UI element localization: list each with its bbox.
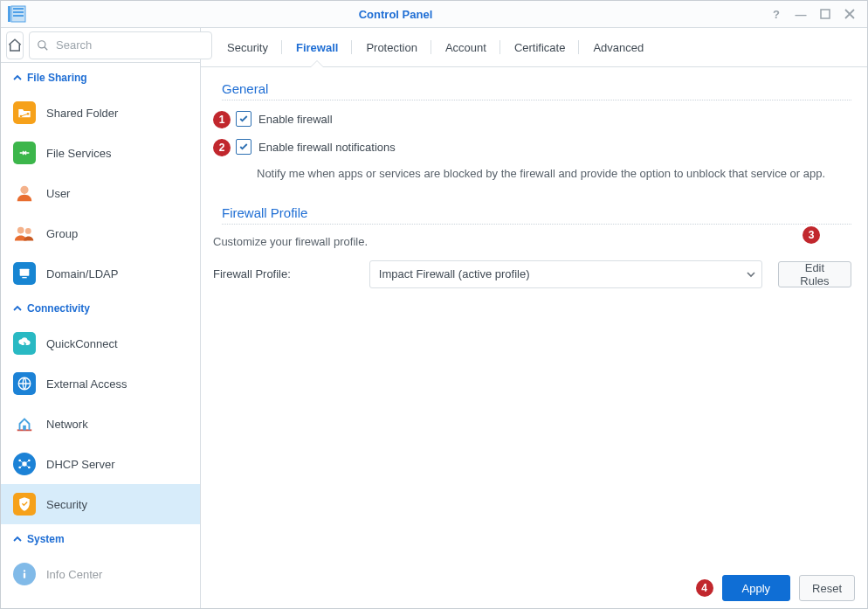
sidebar-item-shared-folder[interactable]: Shared Folder (1, 93, 200, 133)
group-system[interactable]: System (1, 524, 200, 554)
profile-row: Firewall Profile: Impact Firewall (activ… (213, 260, 851, 288)
tab-certificate[interactable]: Certificate (500, 28, 580, 66)
sidebar-item-label: Security (46, 498, 87, 511)
titlebar: Control Panel ? — (1, 1, 867, 28)
search-input[interactable] (54, 38, 204, 52)
sidebar-item-security[interactable]: Security (1, 484, 200, 524)
section-general: General 1 Enable firewall 2 (213, 81, 851, 183)
tabs: Security Firewall Protection Account Cer… (201, 28, 867, 67)
svg-rect-16 (23, 426, 26, 431)
sidebar-item-network[interactable]: Network (1, 404, 200, 444)
sidebar-item-label: External Access (46, 377, 127, 391)
tab-label: Security (227, 41, 268, 54)
svg-line-7 (45, 46, 48, 50)
tab-advanced[interactable]: Advanced (579, 28, 658, 66)
quickconnect-icon (13, 332, 36, 355)
sidebar-top (1, 28, 200, 63)
sidebar-item-label: Group (46, 227, 78, 240)
group-label: Connectivity (27, 302, 90, 315)
svg-point-12 (25, 228, 31, 234)
sidebar-item-label: File Services (46, 147, 111, 160)
sidebar-item-label: Info Center (46, 568, 102, 581)
reset-button[interactable]: Reset (799, 575, 855, 601)
svg-rect-0 (8, 6, 10, 22)
svg-rect-3 (13, 11, 24, 13)
external-access-icon (13, 372, 36, 395)
tab-label: Account (445, 41, 486, 54)
file-services-icon (13, 142, 36, 164)
group-label: File Sharing (27, 72, 87, 84)
svg-rect-23 (24, 573, 25, 578)
search-box[interactable] (29, 31, 212, 59)
help-icon[interactable]: ? (769, 7, 783, 21)
content: Security Firewall Protection Account Cer… (201, 28, 867, 608)
group-icon (13, 222, 36, 245)
svg-rect-13 (20, 269, 30, 276)
home-button[interactable] (6, 31, 24, 59)
minimize-icon[interactable]: — (794, 7, 808, 21)
sidebar-item-label: DHCP Server (46, 458, 115, 471)
edit-rules-button[interactable]: Edit Rules (778, 261, 851, 287)
sidebar-item-domain[interactable]: Domain/LDAP (1, 253, 200, 294)
sidebar-item-quickconnect[interactable]: QuickConnect (1, 323, 200, 363)
label-enable-notifications: Enable firewall notifications (258, 141, 396, 154)
shield-icon (13, 493, 36, 516)
chevron-up-icon (13, 304, 22, 313)
profile-label: Firewall Profile: (213, 267, 354, 280)
checkbox-enable-notifications[interactable] (236, 139, 251, 155)
app-icon (1, 1, 32, 27)
tab-label: Protection (366, 41, 417, 54)
user-icon (13, 182, 36, 204)
tab-account[interactable]: Account (431, 28, 500, 66)
sidebar-item-label: Network (46, 418, 88, 431)
sidebar-item-info-center[interactable]: Info Center (1, 554, 200, 594)
close-icon[interactable] (843, 7, 857, 21)
sidebar-item-user[interactable]: User (1, 173, 200, 213)
svg-rect-5 (821, 10, 830, 18)
svg-rect-2 (13, 8, 24, 10)
checkbox-enable-firewall[interactable] (236, 111, 251, 127)
control-panel-window: Control Panel ? — (0, 0, 868, 609)
bottom-bar: 4 Apply Reset (696, 575, 856, 601)
notification-note: Notify me when apps or services are bloc… (257, 165, 851, 183)
svg-point-11 (17, 227, 24, 234)
window-title: Control Panel (32, 8, 759, 21)
svg-point-10 (20, 186, 28, 194)
tab-protection[interactable]: Protection (352, 28, 431, 66)
svg-point-22 (24, 570, 25, 571)
sidebar-scroll[interactable]: File Sharing Shared Folder File Services (1, 63, 200, 608)
group-connectivity[interactable]: Connectivity (1, 294, 200, 323)
shared-folder-icon (13, 101, 36, 124)
callout-4: 4 (696, 579, 713, 597)
tab-security[interactable]: Security (213, 28, 282, 66)
callout-2: 2 (213, 139, 231, 156)
group-file-sharing[interactable]: File Sharing (1, 63, 200, 93)
firewall-profile-select[interactable]: Impact Firewall (active profile) (369, 260, 762, 288)
sidebar-item-label: QuickConnect (46, 337, 118, 350)
content-scroll[interactable]: General 1 Enable firewall 2 (201, 67, 867, 608)
tab-label: Advanced (593, 41, 644, 54)
sidebar: File Sharing Shared Folder File Services (1, 28, 201, 608)
sidebar-item-group[interactable]: Group (1, 213, 200, 253)
section-title-general: General (222, 81, 851, 100)
sidebar-item-label: Shared Folder (46, 107, 118, 120)
chevron-down-icon (746, 269, 756, 280)
maximize-icon[interactable] (818, 7, 832, 21)
tab-firewall[interactable]: Firewall (282, 28, 352, 66)
dhcp-icon (13, 453, 36, 475)
search-icon (37, 39, 49, 52)
chevron-up-icon (13, 535, 22, 543)
window-controls: ? — (759, 7, 867, 21)
sidebar-item-file-services[interactable]: File Services (1, 133, 200, 173)
section-firewall-profile: Firewall Profile Customize your firewall… (213, 205, 851, 288)
apply-button[interactable]: Apply (722, 575, 791, 601)
info-icon (13, 563, 36, 585)
chevron-up-icon (13, 73, 22, 82)
sidebar-item-external-access[interactable]: External Access (1, 363, 200, 404)
sidebar-item-dhcp[interactable]: DHCP Server (1, 444, 200, 484)
profile-desc: Customize your firewall profile. (213, 235, 851, 248)
svg-rect-4 (13, 15, 24, 17)
section-title-profile: Firewall Profile (222, 205, 851, 225)
tab-label: Certificate (514, 41, 566, 54)
sidebar-item-label: User (46, 187, 70, 200)
